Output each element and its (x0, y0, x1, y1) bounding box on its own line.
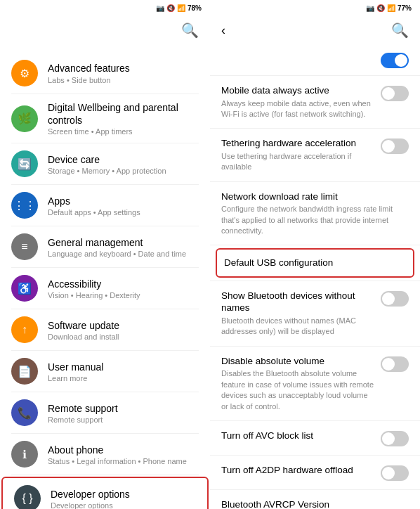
default-usb-text: Default USB configuration (224, 257, 406, 269)
r-mute-icon: 🔇 (376, 4, 385, 12)
left-status-bar: 📷 🔇 📶 78% (0, 0, 210, 15)
settings-item-digital-wellbeing[interactable]: 🌿 Digital Wellbeing and parental control… (0, 94, 210, 143)
right-status-bar: 📷 🔇 📶 77% (210, 0, 420, 15)
dev-item-tethering-hw[interactable]: Tethering hardware acceleration Use teth… (210, 129, 420, 181)
settings-item-advanced-features[interactable]: ⚙ Advanced features Labs • Side button (0, 53, 210, 94)
device-care-sub: Storage • Memory • App protection (48, 167, 199, 175)
right-status-icons: 📷 🔇 📶 77% (366, 4, 412, 12)
digital-wellbeing-text: Digital Wellbeing and parental controls … (48, 101, 199, 136)
dev-item-avrcp-version[interactable]: Bluetooth AVRCP Version AVRCP 1.5 (Defau… (210, 490, 420, 509)
accessibility-icon: ♿ (11, 275, 38, 302)
user-manual-icon-glyph: 📄 (18, 365, 32, 378)
advanced-features-title: Advanced features (48, 62, 199, 75)
settings-item-device-care[interactable]: 🔄 Device care Storage • Memory • App pro… (0, 143, 210, 184)
developer-panel: 📷 🔇 📶 77% ‹ 🔍 Mobile data always active … (210, 0, 420, 509)
software-update-title: Software update (48, 319, 199, 332)
r-battery-icon: 77% (398, 4, 412, 12)
back-button[interactable]: ‹ (221, 23, 228, 38)
advanced-features-sub: Labs • Side button (48, 76, 199, 84)
accessibility-sub: Vision • Hearing • Dexterity (48, 291, 199, 299)
r-camera-icon: 📷 (366, 4, 374, 12)
divider-about-phone (11, 475, 199, 475)
dev-options-list: Mobile data always active Always keep mo… (210, 76, 420, 509)
remote-support-text: Remote support Remote support (48, 402, 199, 424)
settings-item-user-manual[interactable]: 📄 User manual Learn more (0, 351, 210, 392)
tethering-hw-sub: Use tethering hardware acceleration if a… (221, 151, 375, 173)
settings-item-about-phone[interactable]: ℹ About phone Status • Legal information… (0, 434, 210, 475)
settings-item-developer-options[interactable]: { } Developer options Developer options (1, 477, 209, 509)
settings-item-general-management[interactable]: ≡ General management Language and keyboa… (0, 226, 210, 267)
dev-search-icon[interactable]: 🔍 (391, 22, 409, 39)
advanced-features-text: Advanced features Labs • Side button (48, 62, 199, 84)
show-bluetooth-title: Show Bluetooth devices without names (221, 290, 375, 314)
accessibility-title: Accessibility (48, 278, 199, 290)
apps-icon-glyph: ⋮⋮ (13, 199, 36, 212)
accessibility-text: Accessibility Vision • Hearing • Dexteri… (48, 278, 199, 299)
dev-item-a2dp-offload[interactable]: Turn off A2DP hardware offload (210, 456, 420, 489)
dev-on-row (210, 44, 420, 76)
show-bluetooth-sub: Bluetooth devices without names (MAC add… (221, 316, 375, 337)
mobile-data-sub: Always keep mobile data active, even whe… (221, 98, 375, 120)
digital-wellbeing-title: Digital Wellbeing and parental controls (48, 101, 199, 127)
apps-title: Apps (48, 195, 199, 207)
network-download-sub: Configure the network bandwidth ingress … (221, 204, 409, 236)
developer-options-sub: Developer options (51, 501, 196, 509)
general-management-sub: Language and keyboard • Date and time (48, 250, 199, 258)
dev-item-show-bluetooth[interactable]: Show Bluetooth devices without names Blu… (210, 281, 420, 346)
signal-icon: 📶 (177, 4, 185, 12)
general-management-icon: ≡ (11, 233, 38, 260)
general-management-icon-glyph: ≡ (21, 240, 27, 253)
settings-item-remote-support[interactable]: 📞 Remote support Remote support (0, 392, 210, 433)
dev-divider-network-download (210, 245, 420, 245)
accessibility-icon-glyph: ♿ (18, 282, 32, 295)
settings-item-software-update[interactable]: ↑ Software update Download and install (0, 309, 210, 350)
section-label (0, 44, 210, 53)
developer-options-text: Developer options Developer options (51, 488, 196, 509)
device-care-icon: 🔄 (11, 150, 38, 177)
general-management-title: General management (48, 236, 199, 249)
default-usb-title: Default USB configuration (224, 257, 406, 269)
avc-block-toggle[interactable] (381, 431, 409, 446)
dev-item-avc-block[interactable]: Turn off AVC block list (210, 421, 420, 455)
developer-options-title: Developer options (51, 488, 196, 501)
disable-absolute-volume-title: Disable absolute volume (221, 355, 375, 368)
avrcp-version-title: Bluetooth AVRCP Version (221, 498, 409, 509)
avc-block-title: Turn off AVC block list (221, 430, 375, 442)
device-care-icon-glyph: 🔄 (18, 157, 32, 171)
software-update-sub: Download and install (48, 333, 199, 341)
mute-icon: 🔇 (166, 4, 175, 12)
about-phone-text: About phone Status • Legal information •… (48, 444, 199, 465)
device-care-text: Device care Storage • Memory • App prote… (48, 153, 199, 175)
disable-absolute-volume-sub: Disables the Bluetooth absolute volume f… (221, 368, 375, 412)
digital-wellbeing-sub: Screen time • App timers (48, 127, 199, 136)
dev-item-mobile-data[interactable]: Mobile data always active Always keep mo… (210, 76, 420, 128)
settings-search-icon[interactable]: 🔍 (181, 22, 199, 39)
about-phone-title: About phone (48, 444, 199, 456)
general-management-text: General management Language and keyboard… (48, 236, 199, 258)
about-phone-icon-glyph: ℹ (22, 448, 27, 461)
show-bluetooth-text: Show Bluetooth devices without names Blu… (221, 290, 375, 337)
tethering-hw-toggle[interactable] (381, 138, 409, 154)
dev-on-toggle[interactable] (381, 53, 409, 68)
about-phone-icon: ℹ (11, 441, 38, 468)
digital-wellbeing-icon: 🌿 (11, 105, 38, 132)
a2dp-offload-toggle[interactable] (381, 465, 409, 481)
settings-item-apps[interactable]: ⋮⋮ Apps Default apps • App settings (0, 185, 210, 226)
developer-options-icon-glyph: { } (22, 492, 32, 505)
dev-item-disable-absolute-volume[interactable]: Disable absolute volume Disables the Blu… (210, 347, 420, 420)
settings-panel: 📷 🔇 📶 78% 🔍 ⚙ Advanced features Labs • S… (0, 0, 210, 509)
dev-item-network-download[interactable]: Network download rate limit Configure th… (210, 182, 420, 245)
disable-absolute-volume-toggle[interactable] (381, 356, 409, 372)
dev-item-default-usb[interactable]: Default USB configuration (216, 248, 414, 278)
apps-icon: ⋮⋮ (11, 192, 38, 219)
user-manual-icon: 📄 (11, 358, 38, 385)
settings-item-accessibility[interactable]: ♿ Accessibility Vision • Hearing • Dexte… (0, 268, 210, 309)
network-download-title: Network download rate limit (221, 191, 409, 203)
dev-header: ‹ 🔍 (210, 15, 420, 44)
mobile-data-text: Mobile data always active Always keep mo… (221, 84, 375, 120)
mobile-data-toggle[interactable] (381, 86, 409, 101)
user-manual-text: User manual Learn more (48, 361, 199, 382)
show-bluetooth-toggle[interactable] (381, 291, 409, 307)
digital-wellbeing-icon-glyph: 🌿 (18, 112, 32, 125)
user-manual-title: User manual (48, 361, 199, 373)
